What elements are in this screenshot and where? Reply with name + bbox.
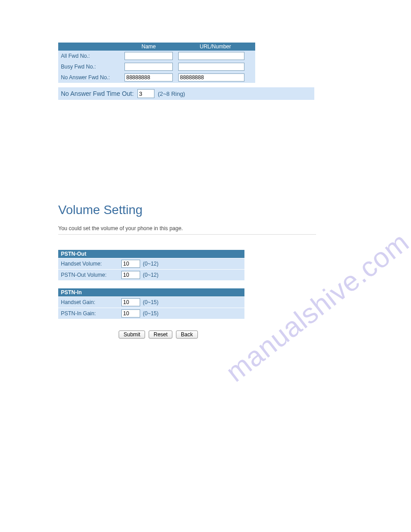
noanswer-fwd-name-input[interactable]	[124, 73, 173, 82]
reset-button[interactable]: Reset	[149, 330, 172, 339]
fwd-row-label: No Answer Fwd No.:	[58, 72, 122, 83]
section-header: PSTN-Out	[58, 250, 244, 258]
page-description: You could set the volume of your phone i…	[58, 225, 316, 235]
noanswer-fwd-url-input[interactable]	[178, 73, 244, 82]
fwd-header-name: Name	[122, 43, 176, 51]
table-row: PSTN-In Gain: (0~15)	[58, 308, 244, 319]
pstn-out-volume-input[interactable]	[121, 271, 140, 279]
submit-button[interactable]: Submit	[119, 330, 145, 339]
table-row: PSTN-Out Volume: (0~12)	[58, 269, 244, 280]
pstn-in-section: PSTN-In Handset Gain: (0~15) PSTN-In Gai…	[58, 288, 244, 319]
pstn-out-section: PSTN-Out Handset Volume: (0~12) PSTN-Out…	[58, 250, 244, 280]
page-title: Volume Setting	[58, 203, 314, 217]
handset-gain-input[interactable]	[121, 298, 140, 306]
busy-fwd-url-input[interactable]	[178, 63, 244, 71]
row-range: (0~15)	[143, 299, 158, 305]
table-row: All Fwd No.:	[58, 51, 255, 61]
fwd-header-blank	[58, 43, 122, 51]
fwd-header-url: URL/Number	[176, 43, 255, 51]
all-fwd-name-input[interactable]	[124, 52, 173, 60]
forward-table: Name URL/Number All Fwd No.: Busy Fwd No…	[58, 43, 255, 83]
back-button[interactable]: Back	[176, 330, 198, 339]
fwd-row-label: All Fwd No.:	[58, 51, 122, 61]
row-label: Handset Gain:	[61, 299, 121, 305]
all-fwd-url-input[interactable]	[178, 52, 244, 60]
timeout-row: No Answer Fwd Time Out: (2~8 Ring)	[58, 87, 314, 100]
timeout-label: No Answer Fwd Time Out:	[61, 90, 134, 97]
table-row: Handset Volume: (0~12)	[58, 258, 244, 269]
section-header: PSTN-In	[58, 288, 244, 296]
row-range: (0~12)	[143, 272, 158, 278]
handset-volume-input[interactable]	[121, 260, 140, 268]
row-label: Handset Volume:	[61, 261, 121, 267]
row-label: PSTN-In Gain:	[61, 310, 121, 317]
fwd-row-label: Busy Fwd No.:	[58, 61, 122, 72]
row-range: (0~15)	[143, 310, 158, 317]
table-row: Handset Gain: (0~15)	[58, 296, 244, 308]
row-range: (0~12)	[143, 261, 158, 267]
table-row: No Answer Fwd No.:	[58, 72, 255, 83]
busy-fwd-name-input[interactable]	[124, 63, 173, 71]
pstn-in-gain-input[interactable]	[121, 309, 140, 317]
button-row: Submit Reset Back	[119, 330, 314, 339]
timeout-input[interactable]	[137, 89, 154, 98]
table-row: Busy Fwd No.:	[58, 61, 255, 72]
timeout-hint: (2~8 Ring)	[158, 90, 185, 97]
row-label: PSTN-Out Volume:	[61, 272, 121, 278]
